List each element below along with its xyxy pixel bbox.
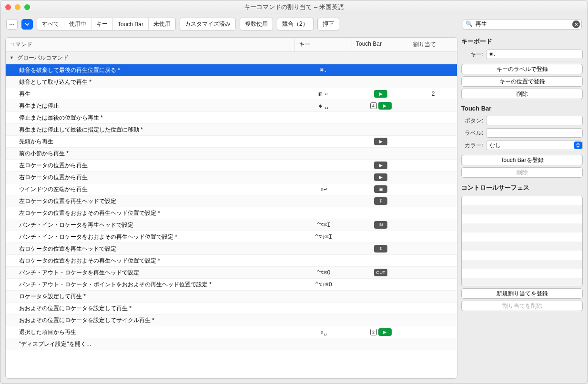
col-command[interactable]: コマンド bbox=[6, 38, 295, 51]
tb-color-select[interactable] bbox=[486, 141, 583, 150]
touchbar-cell: ▶ bbox=[352, 162, 409, 169]
filter-customized[interactable]: カスタマイズ済み bbox=[180, 18, 236, 30]
titlebar: キーコマンドの割り当て – 米国英語 bbox=[0, 0, 588, 14]
touchbar-cell: OUT bbox=[352, 269, 409, 276]
touchbar-cell: ↧ bbox=[352, 197, 409, 205]
table-row[interactable]: 再生または停止して最後に指定した位置に移動 * bbox=[6, 124, 457, 136]
filter-multiuse[interactable]: 複数使用 bbox=[240, 18, 273, 30]
learn-by-label-button[interactable]: キーのラベルで登録 bbox=[461, 64, 583, 74]
new-assignment-button[interactable]: 新規割り当てを登録 bbox=[461, 288, 583, 299]
table-row[interactable]: おおよその位置にロケータを設定してサイクル再生 * bbox=[6, 314, 457, 326]
command-name: パンチ・アウト・ロケータ・ポイントをおおよその再生ヘッド位置で設定 * bbox=[6, 281, 295, 289]
filter-key[interactable]: キー bbox=[91, 18, 112, 30]
table-row[interactable]: 再生または停止◆␣4▶ bbox=[6, 100, 457, 112]
filter-all[interactable]: すべて bbox=[37, 18, 64, 30]
chevron-down-icon bbox=[25, 22, 30, 27]
table-row[interactable]: パンチ・イン・ロケータをおおよその再生ヘッド位置で設定 *^⌥⇧⌘I bbox=[6, 231, 457, 243]
maximize-icon[interactable] bbox=[24, 4, 30, 10]
command-name: 録音として取り込んで再生 * bbox=[6, 78, 295, 86]
search-field: 🔍 ✕ bbox=[463, 19, 582, 30]
tb-color-label: カラー: bbox=[461, 141, 483, 150]
touchbar-icon: ▶ bbox=[374, 162, 387, 169]
command-name: 再生または停止して最後に指定した位置に移動 * bbox=[6, 126, 295, 134]
inspector-sidebar: キーボード キー: キーのラベルで登録 キーの位置で登録 削除 Touch Ba… bbox=[461, 37, 583, 379]
table-row[interactable]: 右ロケータの位置から再生▶ bbox=[6, 172, 457, 183]
close-icon[interactable] bbox=[5, 4, 11, 10]
table-row[interactable]: 録音として取り込んで再生 * bbox=[6, 76, 457, 88]
table-row[interactable]: 録音を破棄して最後の再生位置に戻る *⌘. bbox=[6, 64, 457, 76]
command-name: 左ロケータの位置をおおよその再生ヘッド位置で設定 * bbox=[6, 209, 295, 217]
table-row[interactable]: 再生◧↩▶2 bbox=[6, 88, 457, 100]
table-row[interactable]: 左ロケータの位置から再生▶ bbox=[6, 160, 457, 172]
table-row[interactable]: パンチ・イン・ロケータを再生ヘッドで設定^⌥⌘IIN bbox=[6, 219, 457, 231]
touchbar-cell: ▶ bbox=[352, 138, 409, 145]
table-row[interactable]: 前の小節から再生 * bbox=[6, 148, 457, 160]
table-row[interactable]: パンチ・アウト・ロケータ・ポイントをおおよその再生ヘッド位置で設定 *^⌥⇧⌘O bbox=[6, 279, 457, 291]
filter-unused[interactable]: 未使用 bbox=[148, 18, 175, 30]
filter-pressed[interactable]: 押下 bbox=[317, 18, 339, 30]
table-header: コマンド キー Touch Bar 割り当て bbox=[6, 38, 457, 52]
tb-label-input[interactable] bbox=[486, 128, 583, 138]
col-assignment[interactable]: 割り当て bbox=[409, 38, 457, 51]
command-name: パンチ・イン・ロケータを再生ヘッドで設定 bbox=[6, 221, 295, 229]
key-shortcut: ⇧↩ bbox=[295, 186, 352, 192]
table-row[interactable]: 右ロケータの位置を再生ヘッドで設定↧ bbox=[6, 243, 457, 255]
filter-segment: すべて 使用中 キー Touch Bar 未使用 bbox=[37, 18, 176, 30]
table-row[interactable]: 選択した項目から再生⇧␣2▶ bbox=[6, 326, 457, 338]
learn-by-position-button[interactable]: キーの位置で登録 bbox=[461, 76, 583, 87]
actions-menu-button[interactable]: ⋯ bbox=[6, 19, 18, 30]
touchbar-cell: ▣ bbox=[352, 185, 409, 193]
filter-used[interactable]: 使用中 bbox=[64, 18, 91, 30]
minimize-icon[interactable] bbox=[15, 4, 20, 10]
control-surface-panel: コントロールサーフェス 新規割り当てを登録 割り当てを削除 bbox=[461, 183, 583, 311]
touchbar-icon: ▶ bbox=[378, 328, 392, 336]
group-header[interactable]: ▼ グローバルコマンド bbox=[6, 52, 457, 64]
command-name: 選択した項目から再生 bbox=[6, 328, 295, 336]
command-name: 右ロケータの位置を再生ヘッドで設定 bbox=[6, 245, 295, 253]
tb-button-label: ボタン: bbox=[461, 117, 483, 125]
clear-search-icon[interactable]: ✕ bbox=[572, 20, 580, 28]
touchbar-cell: ▶ bbox=[352, 90, 409, 98]
key-shortcut: ◧↩ bbox=[295, 91, 352, 97]
table-row[interactable]: 右ロケータの位置をおおよその再生ヘッド位置で設定 * bbox=[6, 255, 457, 267]
disclosure-triangle-icon: ▼ bbox=[10, 55, 14, 60]
learn-touchbar-button[interactable]: Touch Barを登録 bbox=[461, 155, 583, 165]
table-row[interactable]: 左ロケータの位置をおおよその再生ヘッド位置で設定 * bbox=[6, 207, 457, 219]
command-name: 録音を破棄して最後の再生位置に戻る * bbox=[6, 66, 295, 74]
touchbar-icon: ▶ bbox=[374, 138, 387, 145]
command-name: 停止または最後の位置から再生 * bbox=[6, 114, 295, 122]
touchbar-icon: ▶ bbox=[374, 90, 387, 98]
traffic-lights bbox=[5, 4, 30, 10]
command-name: おおよその位置にロケータを設定してサイクル再生 * bbox=[6, 316, 295, 324]
col-key[interactable]: キー bbox=[295, 38, 352, 51]
filter-touchbar[interactable]: Touch Bar bbox=[112, 18, 148, 30]
table-row[interactable]: 先頭から再生▶ bbox=[6, 136, 457, 148]
table-row[interactable]: "ディスプレイ設定"を開く… bbox=[6, 338, 457, 350]
table-row[interactable]: 停止または最後の位置から再生 * bbox=[6, 112, 457, 124]
cs-list[interactable] bbox=[461, 196, 583, 286]
filter-conflict[interactable]: 競合（2） bbox=[277, 18, 314, 30]
col-touchbar[interactable]: Touch Bar bbox=[352, 38, 409, 51]
command-name: パンチ・アウト・ロケータを再生ヘッドで設定 bbox=[6, 269, 295, 277]
table-row[interactable]: 左ロケータの位置を再生ヘッドで設定↧ bbox=[6, 195, 457, 207]
command-name: 再生 bbox=[6, 90, 295, 98]
key-input[interactable] bbox=[486, 50, 583, 59]
table-row[interactable]: ロケータを設定して再生 * bbox=[6, 291, 457, 303]
window: キーコマンドの割り当て – 米国英語 ⋯ すべて 使用中 キー Touch Ba… bbox=[0, 0, 588, 384]
delete-touchbar-button[interactable]: 削除 bbox=[461, 167, 583, 178]
key-shortcut: ^⌥⇧⌘I bbox=[295, 233, 352, 240]
delete-key-button[interactable]: 削除 bbox=[461, 89, 583, 99]
table-row[interactable]: おおよその位置にロケータを設定して再生 * bbox=[6, 303, 457, 314]
touchbar-cell: ▶ bbox=[352, 173, 409, 181]
table-body[interactable]: ▼ グローバルコマンド 録音を破棄して最後の再生位置に戻る *⌘.録音として取り… bbox=[6, 52, 457, 378]
touchbar-icon: ▶ bbox=[374, 173, 387, 181]
search-input[interactable] bbox=[463, 19, 582, 30]
command-name: おおよその位置にロケータを設定して再生 * bbox=[6, 304, 295, 313]
touchbar-cell: 4▶ bbox=[352, 102, 409, 110]
table-row[interactable]: パンチ・アウト・ロケータを再生ヘッドで設定^⌥⌘OOUT bbox=[6, 267, 457, 279]
tb-button-input[interactable] bbox=[486, 116, 583, 125]
delete-assignment-button[interactable]: 割り当てを削除 bbox=[461, 301, 583, 311]
view-menu-button[interactable] bbox=[21, 19, 33, 30]
command-name: 左ロケータの位置を再生ヘッドで設定 bbox=[6, 197, 295, 205]
table-row[interactable]: ウインドウの左端から再生⇧↩▣ bbox=[6, 183, 457, 195]
